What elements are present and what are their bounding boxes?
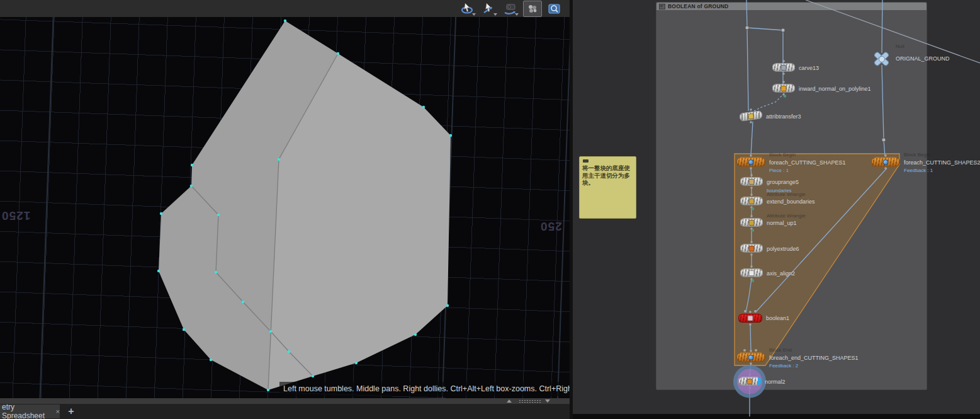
dolly-view-button[interactable] <box>502 1 519 16</box>
box-zoom-button[interactable] <box>546 1 563 16</box>
dropdown-caret[interactable] <box>493 13 497 16</box>
box-zoom-icon <box>547 2 562 16</box>
network-bottom-strip <box>573 414 980 419</box>
sticky-note-text: 将一整块的底座使用主干道切分为多块。 <box>582 164 634 187</box>
viewport-toolbar <box>0 0 570 17</box>
minimize-icon[interactable] <box>659 4 665 9</box>
tab-label: etry Spreadsheet <box>2 403 52 419</box>
dropdown-caret[interactable] <box>515 13 519 16</box>
new-tab-button[interactable]: + <box>63 405 79 418</box>
geometry-canvas <box>0 0 570 398</box>
dropdown-caret[interactable] <box>472 13 476 16</box>
splitter-grip-icon[interactable] <box>519 399 541 403</box>
grid-coordinate-label: 250 <box>540 219 562 233</box>
expand-up-icon[interactable] <box>507 399 512 403</box>
network-box-title: BOOLEAN of GROUND <box>668 3 728 9</box>
sticky-note-collapse-icon[interactable] <box>583 159 589 163</box>
network-box-boolean-of-ground[interactable]: BOOLEAN of GROUND <box>656 2 927 390</box>
bottom-tab-bar: etry Spreadsheet × + <box>0 404 570 419</box>
houdini-window: 1250250 Left mouse tumbles. Middle pans.… <box>0 0 980 419</box>
expand-down-icon[interactable] <box>545 399 550 403</box>
grid-coordinate-label: 1250 <box>1 209 30 222</box>
tab-close-icon[interactable]: × <box>56 408 60 415</box>
tumble-view-button[interactable] <box>459 1 476 16</box>
viewport-3d[interactable]: 1250250 Left mouse tumbles. Middle pans.… <box>0 0 570 398</box>
view-controls-button[interactable] <box>523 1 542 17</box>
view-controls-icon <box>526 3 539 15</box>
pan-view-button[interactable] <box>480 1 498 16</box>
network-box-titlebar[interactable]: BOOLEAN of GROUND <box>656 3 926 10</box>
sticky-note[interactable]: 将一整块的底座使用主干道切分为多块。 <box>579 156 636 219</box>
pane-splitter[interactable] <box>0 398 570 404</box>
tab-geometry-spreadsheet[interactable]: etry Spreadsheet × <box>0 405 60 418</box>
viewport-status-text: Left mouse tumbles. Middle pans. Right d… <box>283 384 570 393</box>
